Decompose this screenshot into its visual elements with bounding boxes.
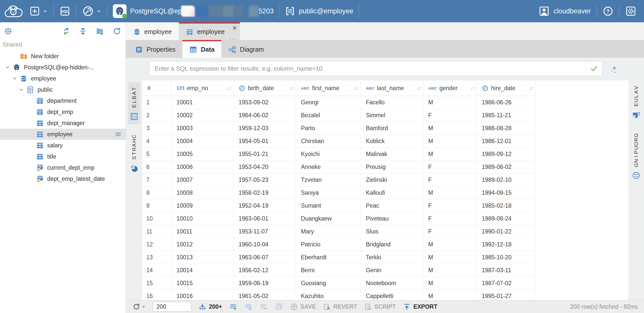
column-header-hire_date[interactable]: hire_date↓↑ — [477, 81, 536, 96]
sort-toggle-icon[interactable]: ↓↑ — [351, 85, 358, 91]
cell-last_name[interactable]: Facello — [361, 96, 423, 109]
row-number-cell[interactable]: 5 — [142, 148, 171, 160]
row-number-cell[interactable]: 6 — [142, 161, 171, 173]
close-tab-icon[interactable]: × — [232, 24, 237, 32]
add-row-icon[interactable] — [229, 303, 237, 311]
cell-hire_date[interactable]: 1986-12-01 — [477, 135, 536, 147]
revert-button[interactable]: REVERT — [323, 303, 357, 311]
cell-first_name[interactable]: Guoxiang — [296, 277, 361, 289]
tab-more-icon[interactable]: ... — [229, 34, 236, 41]
sidebar-item-salary[interactable]: salary — [0, 140, 126, 151]
column-header-gender[interactable]: ABCgender↓↑ — [423, 81, 477, 96]
cell-gender[interactable]: M — [423, 148, 477, 160]
row-number-cell[interactable]: 7 — [142, 173, 171, 186]
tab-charts-presentation[interactable]: CHARTS — [128, 130, 140, 176]
cell-birth_date[interactable]: 1964-06-02 — [234, 109, 296, 122]
row-number-cell[interactable]: 8 — [142, 186, 171, 199]
collapse-all-icon[interactable] — [79, 27, 87, 35]
cell-first_name[interactable]: Patricio — [296, 238, 361, 251]
export-button[interactable]: EXPORT — [403, 303, 437, 311]
cell-last_name[interactable]: Peac — [361, 199, 423, 212]
cell-hire_date[interactable]: 1994-09-15 — [477, 186, 536, 199]
refresh-tree-icon[interactable] — [113, 27, 121, 35]
cell-first_name[interactable]: Kazuhito — [296, 290, 361, 300]
cell-emp_no[interactable]: 10007 — [171, 173, 234, 186]
clear-filter-icon[interactable] — [609, 64, 618, 73]
sidebar-item-title[interactable]: title — [0, 151, 126, 162]
tab-data[interactable]: Data — [182, 40, 221, 58]
cell-birth_date[interactable]: 1961-05-02 — [234, 290, 296, 300]
new-folder-icon[interactable] — [95, 27, 104, 36]
cell-last_name[interactable]: Maliniak — [361, 148, 423, 160]
cell-first_name[interactable]: Berni — [296, 264, 361, 277]
sidebar-item-public[interactable]: public — [0, 84, 126, 95]
cell-first_name[interactable]: Parto — [296, 122, 361, 134]
cell-gender[interactable]: F — [423, 199, 477, 212]
cell-birth_date[interactable]: 1952-04-19 — [234, 199, 296, 212]
cell-last_name[interactable]: Koblick — [361, 135, 423, 147]
user-menu[interactable]: cloudbeaver — [535, 5, 594, 17]
tab-employee-database[interactable]: employee — [126, 22, 179, 40]
row-number-cell[interactable]: 9 — [142, 199, 171, 212]
column-header-first_name[interactable]: ABCfirst_name↓↑ — [296, 81, 361, 96]
cell-birth_date[interactable]: 1959-08-19 — [234, 277, 296, 289]
cell-first_name[interactable]: Georgi — [296, 96, 361, 109]
cell-first_name[interactable]: Bezalel — [296, 109, 361, 122]
cell-hire_date[interactable]: 1989-08-24 — [477, 212, 536, 225]
connection-selector[interactable]: PostgreSQL@ep 5203 — [110, 4, 277, 18]
cell-last_name[interactable]: Preusig — [361, 161, 423, 173]
duplicate-row-icon[interactable] — [244, 303, 253, 311]
cell-gender[interactable]: M — [423, 122, 477, 134]
cell-first_name[interactable]: Eberhardt — [296, 251, 361, 264]
cell-hire_date[interactable]: 1989-09-12 — [477, 148, 536, 160]
cell-gender[interactable]: M — [423, 290, 477, 300]
cell-emp_no[interactable]: 10014 — [171, 264, 234, 277]
tab-diagram[interactable]: Diagram — [221, 40, 271, 58]
sidebar-item-dept-emp[interactable]: dept_emp — [0, 106, 126, 118]
cell-birth_date[interactable]: 1954-05-01 — [234, 135, 296, 147]
refresh-selection-icon[interactable] — [275, 303, 283, 311]
sidebar-item-employee[interactable]: employee — [0, 129, 126, 140]
cell-birth_date[interactable]: 1953-11-07 — [234, 225, 296, 238]
cell-birth_date[interactable]: 1953-09-02 — [234, 96, 296, 109]
cell-emp_no[interactable]: 10004 — [171, 135, 234, 147]
cell-emp_no[interactable]: 10006 — [171, 161, 234, 173]
row-number-cell[interactable]: 15 — [142, 277, 171, 289]
tab-table-presentation[interactable]: TABLE — [128, 82, 140, 124]
cell-emp_no[interactable]: 10008 — [171, 186, 234, 199]
column-header-last_name[interactable]: ABClast_name↓↑ — [361, 81, 423, 96]
script-button[interactable]: SCRIPT — [364, 303, 396, 311]
fetch-more-button[interactable]: 200+ — [199, 303, 222, 311]
sidebar-item-current-dept-emp[interactable]: current_dept_emp — [0, 162, 126, 173]
cell-hire_date[interactable]: 1989-02-10 — [477, 173, 536, 186]
cell-gender[interactable]: M — [423, 186, 477, 199]
apply-filter-button[interactable] — [586, 62, 602, 76]
cell-emp_no[interactable]: 10016 — [171, 290, 234, 300]
cell-birth_date[interactable]: 1963-06-01 — [234, 212, 296, 225]
cell-emp_no[interactable]: 10011 — [171, 225, 234, 238]
cell-emp_no[interactable]: 10003 — [171, 122, 234, 134]
cell-last_name[interactable]: Bridgland — [361, 238, 423, 251]
column-header-emp_no[interactable]: 123emp_no↓↑ — [171, 81, 234, 96]
cell-emp_no[interactable]: 10015 — [171, 277, 234, 289]
cell-hire_date[interactable]: 1987-03-11 — [477, 264, 536, 277]
cell-hire_date[interactable]: 1986-06-26 — [477, 96, 536, 109]
sort-toggle-icon[interactable]: ↓↑ — [223, 85, 231, 91]
cell-last_name[interactable]: Genin — [361, 264, 423, 277]
cell-emp_no[interactable]: 10013 — [171, 251, 234, 264]
cell-birth_date[interactable]: 1958-02-19 — [234, 186, 296, 199]
tab-employee-table[interactable]: employee × ... — [179, 22, 240, 40]
cell-first_name[interactable]: Kyoichi — [296, 148, 361, 160]
row-number-cell[interactable]: 3 — [142, 122, 171, 134]
cell-birth_date[interactable]: 1955-01-21 — [234, 148, 296, 160]
row-number-cell[interactable]: 1 — [142, 96, 171, 109]
sidebar-item-new-folder[interactable]: New folder — [0, 51, 126, 62]
tab-grouping-panel[interactable]: GROUPING — [630, 129, 642, 183]
row-number-cell[interactable]: 13 — [142, 251, 171, 264]
cell-first_name[interactable]: Anneke — [296, 161, 361, 173]
cell-emp_no[interactable]: 10009 — [171, 199, 234, 212]
sync-navigator-icon[interactable] — [62, 27, 70, 35]
cell-last_name[interactable]: Kalloufi — [361, 186, 423, 199]
cell-hire_date[interactable]: 1986-08-28 — [477, 122, 536, 134]
cell-emp_no[interactable]: 10012 — [171, 238, 234, 251]
